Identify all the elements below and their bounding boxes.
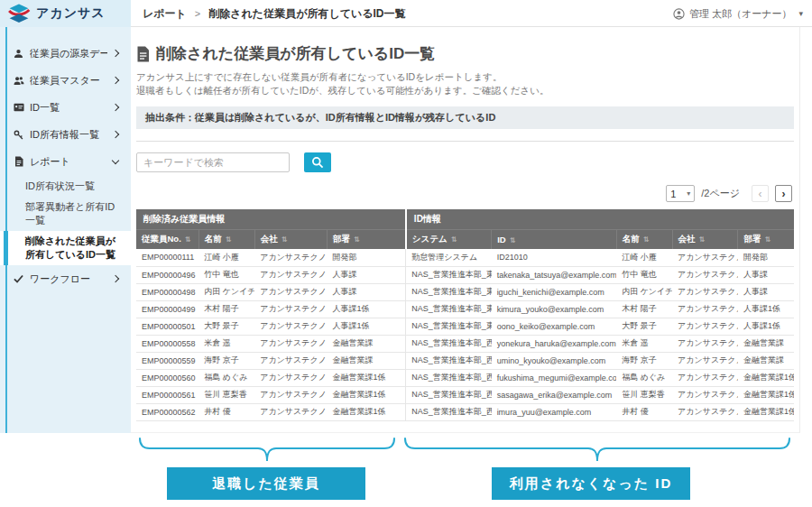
sidebar-item-employee-master[interactable]: 従業員マスター <box>0 67 131 94</box>
table-cell: 金融営業課 <box>327 352 405 369</box>
table-row[interactable]: EMP00000499木村 陽子アカンサステクノ人事課1係NAS_営業推進本部_… <box>136 300 794 318</box>
prev-page-button[interactable]: ‹ <box>752 185 769 202</box>
table-cell: 海野 京子 <box>198 352 254 369</box>
column-header[interactable]: 会社⇅ <box>254 230 327 250</box>
app-window: アカンサス レポート > 削除された従業員が所有しているID一覧 管理 太郎（オ… <box>0 0 812 507</box>
column-header[interactable]: 部署⇅ <box>327 230 405 250</box>
page-select[interactable]: 1 ▾ <box>666 185 695 202</box>
table-cell: 笹川 恵梨香 <box>198 386 254 403</box>
next-page-button[interactable]: › <box>775 185 792 202</box>
search-icon <box>311 156 324 169</box>
table-row[interactable]: EMP00000496竹中 竜也アカンサステクノ人事課NAS_営業推進本部_東京… <box>136 266 794 283</box>
search-input[interactable] <box>136 152 290 172</box>
breadcrumb-reports[interactable]: レポート <box>143 6 187 22</box>
sidebar-subitem-id-ownership-status[interactable]: ID所有状況一覧 <box>0 175 131 197</box>
sidebar-subitem-label: 部署異動者と所有ID一覧 <box>25 200 122 227</box>
sidebar-item-employee-source-data[interactable]: 従業員の源泉データ <box>0 40 131 67</box>
sidebar-subitem-deleted-employee-ids[interactable]: 削除された従業員が所有しているID一覧 <box>0 231 131 265</box>
sort-icon: ⇅ <box>281 235 288 244</box>
table-cell: NAS_営業推進本部_西日本 <box>406 403 492 420</box>
column-header[interactable]: システム⇅ <box>406 230 492 250</box>
page-select-value: 1 <box>670 189 676 199</box>
table-row[interactable]: EMP00000498内田 ケンイチアカンサステクノ人事課NAS_営業推進本部_… <box>136 283 794 300</box>
page-title-doc-icon <box>136 46 150 62</box>
brand-logo[interactable]: アカンサス <box>0 0 131 27</box>
table-cell: NAS_営業推進本部_西日本 <box>406 369 492 386</box>
column-header[interactable]: 部署⇅ <box>738 230 794 250</box>
table-row[interactable]: EMP00000560福島 めぐみアカンサステクノ金融営業課1係NAS_営業推進… <box>136 369 794 386</box>
sidebar-subitem-transferred-owners[interactable]: 部署異動者と所有ID一覧 <box>0 197 131 231</box>
table-row[interactable]: EMP00000558米倉 遥アカンサステクノ金融営業課NAS_営業推進本部_西… <box>136 335 794 352</box>
pagination: 1 ▾ /2ページ ‹ › <box>136 185 794 202</box>
brand-logo-icon <box>7 3 31 24</box>
table-cell: アカンサステクノ <box>672 335 738 352</box>
table-cell: アカンサステクノ <box>672 369 738 386</box>
column-header[interactable]: 従業員No.⇅ <box>136 230 198 250</box>
sidebar-item-label: ワークフロー <box>30 272 107 286</box>
table-cell: アカンサステクノ <box>254 352 327 369</box>
column-header-label: 部署 <box>333 234 350 244</box>
table-cell: 木村 陽子 <box>616 300 672 318</box>
table-cell: アカンサステクノ <box>672 318 738 335</box>
key-icon <box>13 130 24 140</box>
sidebar-item-workflow[interactable]: ワークフロー <box>0 265 131 292</box>
table-row[interactable]: EMP00000562井村 優アカンサステクノ金融営業課1係NAS_営業推進本部… <box>136 403 794 420</box>
report-table: 削除済み従業員情報 ID情報 従業員No.⇅名前⇅会社⇅部署⇅システム⇅ID⇅名… <box>136 209 794 421</box>
chevron-down-icon <box>112 156 119 163</box>
table-cell: 米倉 遥 <box>198 335 254 352</box>
table-row[interactable]: EMP00000501大野 景子アカンサステクノ人事課1係NAS_営業推進本部_… <box>136 318 794 335</box>
table-cell: 人事課1係 <box>738 318 794 335</box>
table-cell: ID21010 <box>492 249 617 266</box>
table-cell: 竹中 竜也 <box>198 266 254 283</box>
table-cell: 江崎 小雁 <box>198 249 254 266</box>
table-cell: 人事課1係 <box>327 300 405 318</box>
people-icon <box>13 76 24 86</box>
table-row[interactable]: EMP00000559海野 京子アカンサステクノ金融営業課NAS_営業推進本部_… <box>136 352 794 369</box>
column-header[interactable]: ID⇅ <box>492 230 617 250</box>
table-cell: 開発部 <box>327 249 405 266</box>
table-cell: EMP00000496 <box>136 266 198 283</box>
table-cell: 金融営業課1係 <box>327 386 405 403</box>
sort-icon: ⇅ <box>451 235 457 244</box>
table-cell: 金融営業課 <box>738 352 794 369</box>
sort-icon: ⇅ <box>185 235 191 244</box>
table-cell: アカンサステクノ <box>254 249 327 266</box>
table-cell: yonekura_haruka@example.com <box>492 335 617 352</box>
search-button[interactable] <box>304 152 331 172</box>
table-row[interactable]: EMP00000111江崎 小雁アカンサステクノ開発部勤怠管理システムID210… <box>136 249 794 266</box>
table-cell: oono_keiko@example.com <box>492 318 617 335</box>
table-cell: takenaka_tatsuya@example.com <box>492 266 617 283</box>
table-cell: EMP00000562 <box>136 403 198 420</box>
table-cell: NAS_営業推進本部_東京 <box>406 318 492 335</box>
sidebar-item-id-list[interactable]: ID一覧 <box>0 94 131 121</box>
table-cell: 開発部 <box>738 249 794 266</box>
check-icon <box>13 274 24 283</box>
callout-retired-employees: 退職した従業員 <box>167 467 365 500</box>
table-cell: fukushima_megumi@example.com <box>492 369 617 386</box>
table-cell: EMP00000560 <box>136 369 198 386</box>
user-menu[interactable]: 管理 太郎（オーナー） ▾ <box>673 0 803 27</box>
breadcrumb: レポート > 削除された従業員が所有しているID一覧 <box>143 0 406 27</box>
chevron-right-icon <box>112 104 119 111</box>
column-header[interactable]: 会社⇅ <box>672 230 738 250</box>
page-title: 削除された従業員が所有しているID一覧 <box>156 43 435 64</box>
table-cell: 海野 京子 <box>616 352 672 369</box>
sidebar-item-reports[interactable]: レポート <box>0 148 131 175</box>
table-cell: 木村 陽子 <box>198 300 254 318</box>
table-cell: NAS_営業推進本部_東京 <box>406 300 492 318</box>
user-icon <box>673 8 685 20</box>
table-cell: 井村 優 <box>198 403 254 420</box>
table-cell: 福島 めぐみ <box>616 369 672 386</box>
column-header[interactable]: 名前⇅ <box>198 230 254 250</box>
table-cell: アカンサステクノ <box>254 300 327 318</box>
description-line-1: アカンサス上にすでに存在しない従業員が所有者になっているIDをレポートします。 <box>136 71 502 82</box>
sidebar-item-id-ownership-list[interactable]: ID所有情報一覧 <box>0 121 131 148</box>
column-header-label: 部署 <box>743 234 761 244</box>
sort-icon: ⇅ <box>510 236 516 244</box>
person-icon <box>13 49 24 59</box>
sort-icon: ⇅ <box>226 235 232 244</box>
table-row[interactable]: EMP00000561笹川 恵梨香アカンサステクノ金融営業課1係NAS_営業推進… <box>136 386 794 403</box>
chevron-right-icon <box>112 275 119 282</box>
column-header[interactable]: 名前⇅ <box>616 230 672 250</box>
sidebar-item-label: 従業員の源泉データ <box>30 47 107 60</box>
